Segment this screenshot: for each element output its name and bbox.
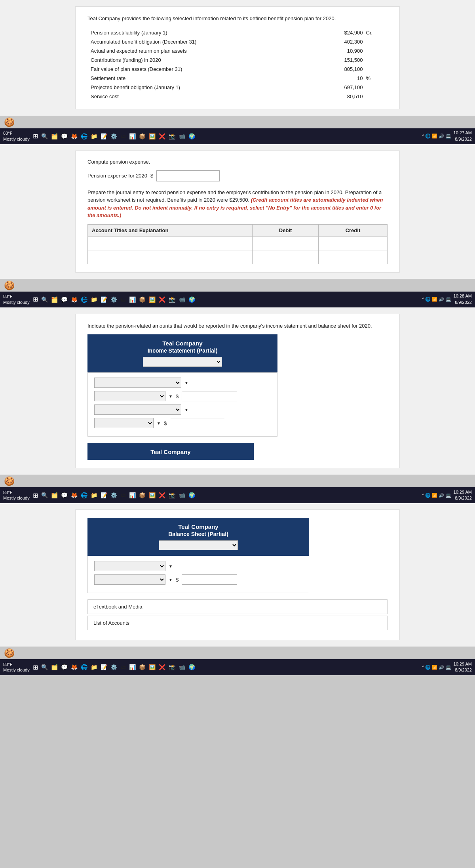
income-row-2: ▼ $ (94, 391, 271, 401)
settings-icon-2[interactable]: ⚙️ (110, 296, 117, 303)
teams-icon[interactable]: 💬 (61, 133, 68, 139)
firefox-icon-4[interactable]: 🦊 (71, 664, 78, 670)
journal-credit-1[interactable] (321, 238, 385, 248)
excel-icon-3[interactable]: 📊 (129, 492, 136, 498)
windows-icon-4[interactable]: ⊞ (33, 664, 38, 671)
app1-icon[interactable]: ❌ (159, 133, 165, 139)
income-select-2[interactable] (94, 391, 165, 401)
word-icon-4[interactable]: 📝 (101, 664, 107, 670)
chrome-icon-4[interactable]: 🌐 (81, 664, 87, 670)
files-icon-2[interactable]: 📁 (91, 296, 97, 303)
taskview-icon[interactable]: 🗂️ (51, 133, 58, 139)
app3-icon[interactable]: 📹 (179, 133, 185, 139)
weather-block-2: 83°F Mostly cloudy (3, 294, 30, 305)
firefox-icon[interactable]: 🦊 (71, 133, 78, 139)
chrome-icon[interactable]: 🌐 (81, 133, 87, 139)
chrome-icon-3[interactable]: 🌐 (81, 492, 87, 498)
bs-chevron-1: ▼ (169, 564, 173, 568)
firefox-icon-3[interactable]: 🦊 (71, 492, 78, 498)
dropbox-icon[interactable]: 📦 (139, 133, 146, 139)
app2-icon[interactable]: 📸 (169, 133, 175, 139)
journal-debit-2[interactable] (255, 252, 316, 262)
search-icon-2[interactable]: 🔍 (41, 296, 48, 303)
ps-icon-4[interactable]: 🖼️ (149, 664, 156, 670)
windows-icon-2[interactable]: ⊞ (33, 296, 38, 303)
firefox-icon-2[interactable]: 🦊 (71, 296, 78, 303)
pension-expense-input[interactable] (156, 170, 220, 181)
chrome2-icon-4[interactable]: 🌍 (188, 664, 195, 670)
windows-icon[interactable]: ⊞ (33, 132, 38, 140)
bs-select-1[interactable] (94, 561, 165, 571)
income-header-select[interactable] (143, 357, 222, 367)
info-table-row: Actual and expected return on plan asset… (87, 46, 388, 55)
system-tray-2: ^ 🌐 📶 🔊 💻 (422, 297, 451, 302)
teams-icon-4[interactable]: 💬 (61, 664, 68, 670)
list-of-accounts-link[interactable]: List of Accounts (87, 616, 388, 630)
taskview-icon-2[interactable]: 🗂️ (51, 296, 58, 303)
journal-credit-2[interactable] (321, 252, 385, 262)
search-icon-1[interactable]: 🔍 (41, 133, 48, 139)
bs-select-2[interactable] (94, 574, 165, 585)
app2-icon-2[interactable]: 📸 (169, 296, 175, 303)
search-icon-3[interactable]: 🔍 (41, 492, 48, 498)
chevron-down-icon-3: ▼ (184, 408, 188, 412)
excel-icon[interactable]: 📊 (129, 133, 136, 139)
excel-icon-4[interactable]: 📊 (129, 664, 136, 670)
word-icon-3[interactable]: 📝 (101, 492, 107, 498)
income-select-3[interactable] (94, 404, 181, 415)
app3-icon-3[interactable]: 📹 (179, 492, 185, 498)
settings-icon-3[interactable]: ⚙️ (110, 492, 117, 498)
files-icon[interactable]: 📁 (91, 133, 97, 139)
bs-company-name: Teal Company (91, 523, 305, 530)
settings-icon[interactable]: ⚙️ (110, 133, 117, 139)
app3-icon-4[interactable]: 📹 (179, 664, 185, 670)
info-unit (365, 46, 388, 55)
word-icon[interactable]: 📝 (101, 133, 107, 139)
income-select-1[interactable] (94, 378, 181, 388)
teams-icon-2[interactable]: 💬 (61, 296, 68, 303)
word-icon-2[interactable]: 📝 (101, 296, 107, 303)
ps-icon[interactable]: 🖼️ (149, 133, 156, 139)
taskview-icon-3[interactable]: 🗂️ (51, 492, 58, 498)
taskview-icon-4[interactable]: 🗂️ (51, 664, 58, 670)
income-select-4[interactable] (94, 418, 154, 428)
info-label: Pension asset/liability (January 1) (87, 28, 317, 37)
journal-debit-1[interactable] (255, 238, 316, 248)
app2-icon-3[interactable]: 📸 (169, 492, 175, 498)
chevron-down-icon-1: ▼ (184, 381, 188, 385)
chrome2-icon[interactable]: 🌍 (188, 133, 195, 139)
files-icon-3[interactable]: 📁 (91, 492, 97, 498)
chrome2-icon-3[interactable]: 🌍 (188, 492, 195, 498)
explorer-icon-3[interactable]: 🗂 (120, 492, 126, 498)
ps-icon-2[interactable]: 🖼️ (149, 296, 156, 303)
bs-amount-1[interactable] (182, 574, 237, 585)
chrome-icon-2[interactable]: 🌐 (81, 296, 87, 303)
windows-icon-3[interactable]: ⊞ (33, 492, 38, 499)
app2-icon-4[interactable]: 📸 (169, 664, 175, 670)
app1-icon-2[interactable]: ❌ (159, 296, 165, 303)
files-icon-4[interactable]: 📁 (91, 664, 97, 670)
app1-icon-3[interactable]: ❌ (159, 492, 165, 498)
app3-icon-2[interactable]: 📹 (179, 296, 185, 303)
dropbox-icon-2[interactable]: 📦 (139, 296, 146, 303)
chrome2-icon-2[interactable]: 🌍 (188, 296, 195, 303)
teams-icon-3[interactable]: 💬 (61, 492, 68, 498)
excel-icon-2[interactable]: 📊 (129, 296, 136, 303)
dropbox-icon-3[interactable]: 📦 (139, 492, 146, 498)
dropbox-icon-4[interactable]: 📦 (139, 664, 146, 670)
explorer-icon-2[interactable]: 🗂 (120, 296, 126, 303)
app1-icon-4[interactable]: ❌ (159, 664, 165, 670)
clock-2: 10:28 AM 8/9/2022 (454, 293, 472, 305)
income-amount-2[interactable] (170, 418, 225, 428)
explorer-icon[interactable]: 🗂 (120, 133, 126, 139)
journal-account-2[interactable] (90, 252, 250, 262)
explorer-icon-4[interactable]: 🗂 (120, 664, 126, 670)
journal-account-1[interactable] (90, 238, 250, 248)
search-icon-4[interactable]: 🔍 (41, 664, 48, 670)
bs-header-select[interactable] (159, 540, 238, 550)
ps-icon-3[interactable]: 🖼️ (149, 492, 156, 498)
income-amount-1[interactable] (182, 391, 237, 401)
settings-icon-4[interactable]: ⚙️ (110, 664, 117, 670)
compute-section: Compute pension expense. Pension expense… (75, 151, 400, 273)
etextbook-link[interactable]: eTextbook and Media (87, 599, 388, 614)
